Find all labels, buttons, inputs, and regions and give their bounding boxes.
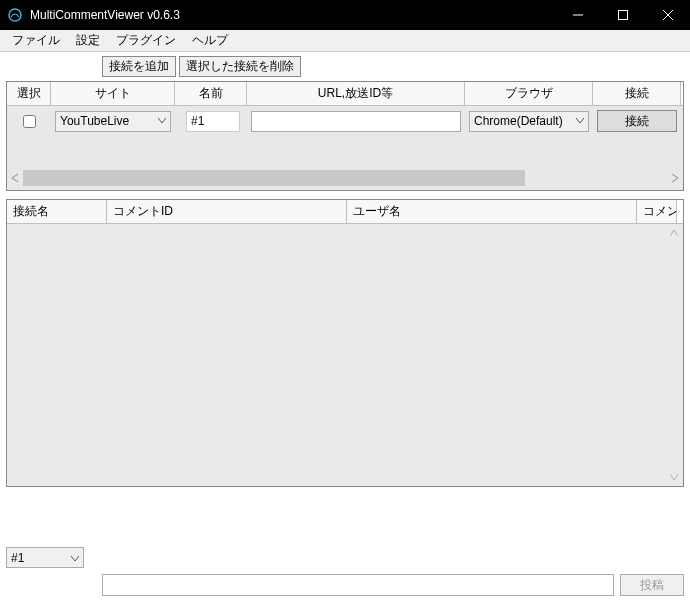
browser-dropdown[interactable]: Chrome(Default) — [469, 111, 589, 132]
browser-value: Chrome(Default) — [474, 114, 563, 128]
scroll-down-icon[interactable] — [667, 470, 681, 484]
add-connection-button[interactable]: 接続を追加 — [102, 56, 176, 77]
scroll-thumb[interactable] — [23, 170, 525, 186]
post-button[interactable]: 投稿 — [620, 574, 684, 596]
svg-rect-2 — [618, 11, 627, 20]
comments-headers: 接続名 コメントID ユーザ名 コメン — [7, 200, 683, 224]
close-button[interactable] — [645, 0, 690, 30]
header-connect[interactable]: 接続 — [593, 82, 681, 105]
site-value: YouTubeLive — [60, 114, 129, 128]
header-comment[interactable]: コメン — [637, 200, 677, 223]
app-icon — [6, 6, 24, 24]
connections-panel: 選択 サイト 名前 URL,放送ID等 ブラウザ 接続 YouTubeLive … — [6, 81, 684, 191]
chevron-down-icon — [158, 118, 166, 124]
scroll-track[interactable] — [23, 170, 667, 186]
toolbar: 接続を追加 選択した接続を削除 — [0, 52, 690, 81]
scroll-left-icon[interactable] — [7, 170, 23, 186]
header-browser[interactable]: ブラウザ — [465, 82, 593, 105]
name-field[interactable]: #1 — [186, 111, 240, 132]
post-target-value: #1 — [11, 551, 24, 565]
chevron-down-icon — [576, 118, 584, 124]
maximize-button[interactable] — [600, 0, 645, 30]
scroll-right-icon[interactable] — [667, 170, 683, 186]
menu-bar: ファイル 設定 プラグイン ヘルプ — [0, 30, 690, 52]
header-site[interactable]: サイト — [51, 82, 175, 105]
header-select[interactable]: 選択 — [7, 82, 51, 105]
connections-headers: 選択 サイト 名前 URL,放送ID等 ブラウザ 接続 — [7, 82, 683, 106]
menu-plugin[interactable]: プラグイン — [108, 30, 184, 51]
header-url[interactable]: URL,放送ID等 — [247, 82, 465, 105]
connection-row: YouTubeLive #1 Chrome(Default) 接続 — [7, 106, 683, 136]
header-comment-id[interactable]: コメントID — [107, 200, 347, 223]
menu-file[interactable]: ファイル — [4, 30, 68, 51]
site-dropdown[interactable]: YouTubeLive — [55, 111, 171, 132]
header-connection-name[interactable]: 接続名 — [7, 200, 107, 223]
title-bar: MultiCommentViewer v0.6.3 — [0, 0, 690, 30]
menu-help[interactable]: ヘルプ — [184, 30, 236, 51]
window-title: MultiCommentViewer v0.6.3 — [30, 8, 555, 22]
scroll-up-icon[interactable] — [667, 226, 681, 240]
comments-body — [7, 224, 683, 486]
row-select-checkbox[interactable] — [23, 115, 36, 128]
url-input[interactable] — [251, 111, 461, 132]
post-target-dropdown[interactable]: #1 — [6, 547, 84, 568]
svg-point-0 — [9, 9, 21, 21]
connections-hscrollbar[interactable] — [7, 170, 683, 186]
header-user-name[interactable]: ユーザ名 — [347, 200, 637, 223]
menu-settings[interactable]: 設定 — [68, 30, 108, 51]
minimize-button[interactable] — [555, 0, 600, 30]
header-name[interactable]: 名前 — [175, 82, 247, 105]
post-area: #1 投稿 — [0, 541, 690, 602]
connect-button[interactable]: 接続 — [597, 110, 677, 132]
delete-selected-button[interactable]: 選択した接続を削除 — [179, 56, 301, 77]
post-input[interactable] — [102, 574, 614, 596]
comments-panel: 接続名 コメントID ユーザ名 コメン — [6, 199, 684, 487]
chevron-down-icon — [71, 551, 79, 565]
